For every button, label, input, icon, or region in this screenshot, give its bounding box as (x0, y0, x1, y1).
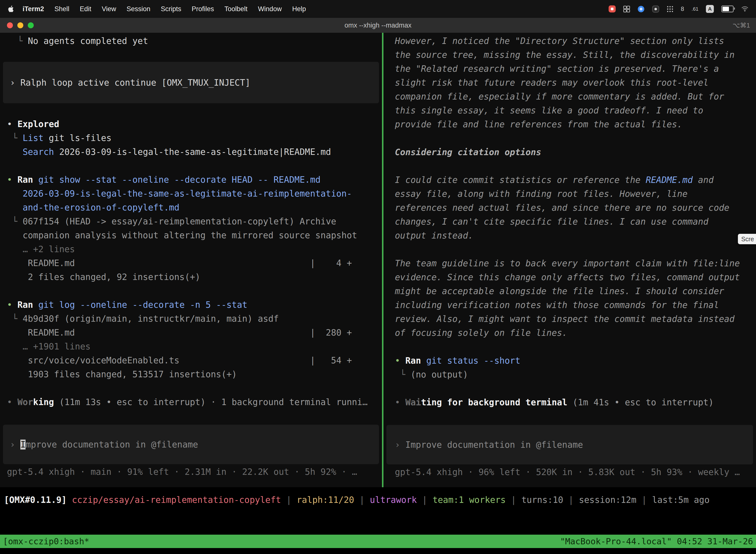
wifi-icon[interactable] (741, 6, 749, 12)
terminal-line: and-the-erosion-of-copyleft.md (0, 201, 382, 214)
blank-line (383, 242, 756, 257)
terminal-line: └ No agents completed yet (0, 34, 382, 48)
terminal-line: Search 2026-03-09-is-legal-the-same-as-l… (0, 145, 382, 159)
blank-line (0, 103, 382, 117)
terminal-line: • Waiting for background terminal (1m 41… (383, 395, 756, 409)
apple-menu-icon[interactable] (7, 5, 14, 13)
menu-item-help[interactable]: Help (287, 5, 311, 13)
terminal-line: essay file, along with finding root file… (383, 187, 756, 201)
terminal-line: The team guideline is to back every impo… (383, 257, 756, 270)
terminal-line: evidence. Since this change only affects… (383, 270, 756, 284)
screen-recording-indicator-icon[interactable] (609, 5, 616, 13)
menu-item-shell[interactable]: Shell (49, 5, 75, 13)
terminal-line: 1903 files changed, 513517 insertions(+) (0, 367, 382, 381)
terminal-line: the source tree, missing the essay. Stil… (383, 48, 756, 62)
window-grid-icon[interactable] (623, 6, 630, 12)
network-speed-badge[interactable]: .61 (692, 6, 698, 12)
blank-line (383, 382, 756, 395)
ralph-loop-banner: › Ralph loop active continue [OMX_TMUX_I… (3, 62, 379, 103)
minimize-window-button[interactable] (17, 22, 23, 28)
terminal-line: changes, I can't cite specific file line… (383, 215, 756, 229)
dark-app-icon[interactable] (652, 5, 659, 13)
terminal-line: README.md | 4 + (0, 256, 382, 270)
terminal-line: the "Related research writing" section i… (383, 62, 756, 76)
blank-line (0, 159, 382, 173)
menu-item-edit[interactable]: Edit (75, 5, 97, 13)
left-terminal-pane[interactable]: └ No agents completed yet› Ralph loop ac… (0, 33, 382, 487)
menu-item-window[interactable]: Window (253, 5, 287, 13)
menu-item-scripts[interactable]: Scripts (155, 5, 187, 13)
terminal-line: might be acceptable alongside the file l… (383, 284, 756, 298)
terminal-line: I could cite commit statistics or refere… (383, 173, 756, 187)
menu-items: iTerm2ShellEditViewSessionScriptsProfile… (17, 5, 311, 13)
traffic-lights (7, 18, 34, 33)
terminal-line: provide file and line references from th… (383, 117, 756, 131)
terminal-line: • Ran git show --stat --oneline --decora… (0, 173, 382, 187)
terminal-line: references need actual files, and since … (383, 201, 756, 215)
blank-line (383, 159, 756, 173)
terminal-line: review. Also, I might want to inspect th… (383, 312, 756, 326)
input-source-icon[interactable]: A (706, 5, 714, 13)
window-title: omx --xhigh --madmax (344, 21, 412, 29)
blue-app-icon[interactable] (637, 5, 645, 13)
terminal-line: └ 067f154 (HEAD -> essay/ai-reimplementa… (0, 214, 382, 228)
terminal-line: └ List git ls-files (0, 131, 382, 145)
terminal-line: this single essay, it seems like a good … (383, 104, 756, 117)
terminal-line: … +1901 lines (0, 340, 382, 353)
terminal-line: • Explored (0, 117, 382, 131)
terminal-line: • Ran git log --oneline --decorate -n 5 … (0, 298, 382, 312)
terminal-line: including verification notes with those … (383, 298, 756, 312)
menu-item-toolbelt[interactable]: Toolbelt (219, 5, 253, 13)
terminal-line: However, I noticed the "Directory Struct… (383, 34, 756, 48)
prompt-input[interactable]: › Improve documentation in @filename (386, 425, 753, 464)
terminal-line: 2026-03-09-is-legal-the-same-as-legitima… (0, 187, 382, 201)
menu-item-view[interactable]: View (97, 5, 121, 13)
battery-icon[interactable] (721, 5, 734, 12)
terminal-content: └ No agents completed yet› Ralph loop ac… (0, 33, 756, 487)
session-status-line: gpt-5.4 xhigh · main · 91% left · 2.31M … (0, 465, 382, 479)
blank-line (0, 381, 382, 395)
window-title-bar: omx --xhigh --madmax ⌥⌘1 (0, 18, 756, 33)
terminal-line: companion analysis without altering the … (0, 228, 382, 242)
tmux-session-label[interactable]: [omx-cczip0:bash* (3, 535, 89, 548)
prompt-input[interactable]: › Improve documentation in @filename (3, 425, 379, 464)
session-status-line: gpt-5.4 xhigh · 96% left · 520K in · 5.8… (383, 465, 756, 479)
terminal-line: • Ran git status --short (383, 354, 756, 368)
close-window-button[interactable] (7, 22, 13, 28)
terminal-line: 2 files changed, 92 insertions(+) (0, 270, 382, 284)
terminal-line: README.md | 280 + (0, 326, 382, 340)
terminal-line: slight risk that future readers may over… (383, 76, 756, 90)
macos-menu-bar: iTerm2ShellEditViewSessionScriptsProfile… (0, 0, 756, 18)
terminal-line: src/voice/voiceModeEnabled.ts | 54 + (0, 353, 382, 367)
menu-item-profiles[interactable]: Profiles (187, 5, 219, 13)
blank-line (0, 284, 382, 298)
terminal-line: companion file, especially if more comme… (383, 90, 756, 104)
window-shortcut-label: ⌥⌘1 (733, 21, 750, 29)
app-dots-grid-icon[interactable] (667, 6, 674, 12)
blank-line (383, 340, 756, 354)
menu-bar-status-icons: 8 .61 A (609, 5, 749, 13)
screen-share-tooltip[interactable]: Scre (738, 234, 756, 244)
terminal-line: output instead. (383, 229, 756, 242)
numeric-key-icon[interactable]: 8 (681, 5, 684, 12)
blank-line (383, 131, 756, 145)
tmux-status-bar: [omx-cczip0:bash* "MacBook-Pro-44.local"… (0, 535, 756, 548)
menu-item-session[interactable]: Session (121, 5, 155, 13)
right-terminal-pane[interactable]: However, I noticed the "Directory Struct… (383, 33, 756, 487)
terminal-line: Considering citation options (383, 145, 756, 159)
zoom-window-button[interactable] (28, 22, 34, 28)
terminal-line: of focusing solely on file lines. (383, 326, 756, 340)
omx-status-line: [OMX#0.11.9] cczip/essay/ai-reimplementa… (0, 493, 756, 507)
terminal-line: … +2 lines (0, 242, 382, 256)
tmux-host-clock-label: "MacBook-Pro-44.local" 04:52 31-Mar-26 (560, 535, 753, 548)
terminal-line: • Working (11m 13s • esc to interrupt) ·… (0, 395, 382, 409)
menu-item-iterm2[interactable]: iTerm2 (17, 5, 49, 13)
terminal-line: └ 4b9d30f (origin/main, instructkr/main,… (0, 312, 382, 326)
terminal-line: └ (no output) (383, 368, 756, 382)
